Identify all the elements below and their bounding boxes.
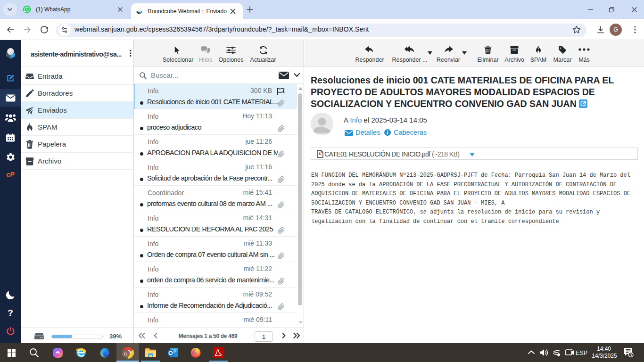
svg-text:3: 3 xyxy=(630,353,632,357)
